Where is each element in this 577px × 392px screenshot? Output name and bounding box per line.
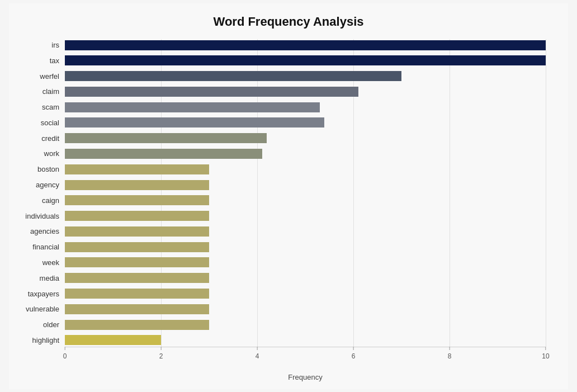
bar-label: week	[9, 258, 59, 267]
bar-label: credit	[9, 134, 59, 143]
bar-fill	[65, 226, 209, 237]
bar-track	[65, 133, 546, 143]
bar-fill	[65, 320, 209, 330]
x-tick-line	[257, 347, 258, 350]
bar-row: credit	[65, 132, 546, 144]
x-ticks: 0246810	[65, 347, 546, 369]
bar-fill	[65, 289, 209, 299]
bar-row: caign	[65, 194, 546, 206]
bar-fill	[65, 195, 209, 205]
bar-row: tax	[65, 54, 546, 67]
bar-track	[65, 242, 546, 252]
bar-fill	[65, 117, 324, 127]
x-tick-line	[450, 347, 450, 350]
bar-row: taxpayers	[65, 287, 546, 300]
bar-fill	[65, 71, 401, 81]
bar-label: vulnerable	[9, 305, 59, 313]
bar-fill	[65, 257, 209, 267]
bar-label: scam	[9, 103, 59, 111]
bar-label: caign	[9, 196, 59, 205]
x-tick: 4	[256, 347, 259, 360]
bar-fill	[65, 40, 546, 50]
bar-track	[65, 257, 546, 267]
bar-track	[65, 40, 546, 50]
bar-label: agency	[9, 181, 59, 189]
bar-row: work	[65, 148, 546, 160]
x-tick-label: 10	[542, 352, 549, 360]
x-tick-label: 8	[448, 352, 452, 360]
bar-row: media	[65, 272, 546, 284]
bar-fill	[65, 242, 209, 252]
bar-row: financial	[65, 241, 546, 253]
bar-fill	[65, 304, 209, 314]
bar-label: individuals	[9, 212, 59, 220]
x-tick-label: 0	[63, 352, 67, 360]
bar-track	[65, 164, 546, 174]
bar-fill	[65, 335, 161, 345]
x-tick-label: 6	[352, 352, 356, 360]
bar-track	[65, 180, 546, 190]
bar-label: boston	[9, 165, 59, 173]
bar-row: week	[65, 256, 546, 268]
bar-label: media	[9, 274, 59, 282]
bar-fill	[65, 102, 320, 112]
x-tick-line	[65, 347, 65, 350]
bar-label: financial	[9, 243, 59, 251]
bar-track	[65, 289, 546, 299]
x-axis-label: Frequency	[288, 373, 322, 381]
x-tick-line	[353, 347, 354, 350]
bar-track	[65, 55, 546, 65]
x-tick-label: 4	[256, 352, 259, 360]
bar-row: irs	[65, 39, 546, 51]
bar-label: social	[9, 119, 59, 127]
bar-fill	[65, 211, 209, 221]
bar-fill	[65, 149, 262, 159]
chart-area: irstaxwerfelclaimscamsocialcreditworkbos…	[65, 39, 546, 369]
bar-row: claim	[65, 86, 546, 98]
x-tick-line	[161, 347, 162, 350]
bar-fill	[65, 180, 209, 190]
bar-label: irs	[9, 41, 59, 49]
bar-label: work	[9, 149, 59, 158]
bar-track	[65, 335, 546, 345]
bar-track	[65, 211, 546, 221]
bar-track	[65, 102, 546, 112]
x-tick-line	[545, 347, 546, 350]
bar-label: claim	[9, 87, 59, 96]
bars-wrapper: irstaxwerfelclaimscamsocialcreditworkbos…	[65, 39, 546, 347]
chart-container: Word Frequency Analysis irstaxwerfelclai…	[9, 3, 568, 389]
bar-row: highlight	[65, 334, 546, 346]
bar-row: scam	[65, 101, 546, 114]
x-tick: 6	[352, 347, 356, 360]
bar-track	[65, 71, 546, 81]
bar-track	[65, 117, 546, 127]
bar-track	[65, 226, 546, 237]
bar-label: tax	[9, 56, 59, 65]
bar-track	[65, 320, 546, 330]
bar-track	[65, 87, 546, 97]
bar-fill	[65, 87, 358, 97]
bar-label: taxpayers	[9, 290, 59, 298]
bar-row: social	[65, 116, 546, 129]
x-tick: 0	[63, 347, 67, 360]
bar-row: agency	[65, 179, 546, 191]
bar-track	[65, 149, 546, 159]
grid-line	[546, 39, 546, 347]
bar-row: boston	[65, 163, 546, 176]
bar-fill	[65, 55, 546, 65]
chart-title: Word Frequency Analysis	[31, 15, 546, 29]
bar-row: individuals	[65, 210, 546, 222]
x-tick: 2	[159, 347, 163, 360]
bar-track	[65, 304, 546, 314]
x-tick: 8	[448, 347, 452, 360]
bar-row: older	[65, 319, 546, 331]
bar-fill	[65, 133, 267, 143]
x-tick: 10	[542, 347, 549, 360]
bar-fill	[65, 164, 209, 174]
bar-label: highlight	[9, 336, 59, 344]
x-tick-label: 2	[159, 352, 163, 360]
bar-label: werfel	[9, 72, 59, 81]
bar-fill	[65, 273, 209, 283]
x-axis: 0246810 Frequency	[65, 347, 546, 369]
bar-track	[65, 273, 546, 283]
